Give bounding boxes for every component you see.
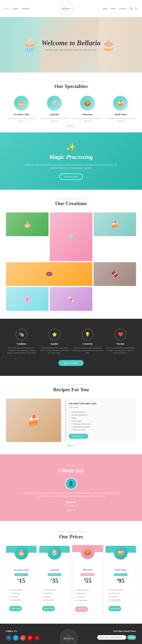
nav-contacts[interactable]: Contacts: [119, 7, 127, 10]
follow-title: Follow Us: [6, 630, 40, 633]
creations-section: Some of our Our Creations 🎂 🧁 🍰 🍩 🍫 🌸 🍬: [0, 190, 142, 319]
price-amount: $35: [39, 577, 70, 584]
price-feature: 1 x Assorted: [75, 596, 100, 599]
specialty-desc: Lorem ipsum dolor sit amet, consectetur …: [105, 117, 136, 122]
specialty-name: Macarons: [72, 113, 103, 116]
client-name: Maria Doe: [6, 501, 136, 504]
specialties-dots: [6, 125, 136, 126]
order-now-button[interactable]: Order Now: [109, 606, 121, 611]
clients-title: Clients Say: [6, 467, 136, 474]
recipe-dot-1[interactable]: [68, 445, 69, 446]
know-grid: 🎭 Tradition Amet elementum, ipsum iaculi…: [6, 328, 136, 354]
footer: Follow Us f t g+ ▶ p ✿ Bellaria bakery A…: [0, 624, 142, 644]
recipe-title: One Bowl Chocolate Cake: [69, 402, 133, 405]
creations-title: Our Creations: [6, 200, 136, 206]
navigation: Home Pages Portfolio ✿ Bellaria bakery B…: [0, 0, 142, 17]
price-features: 5 x Sweet Amount 5 x Soft Fruits 1 x Ass…: [9, 588, 33, 602]
facebook-icon[interactable]: f: [6, 635, 11, 641]
search-icon[interactable]: 🔍: [129, 7, 133, 10]
nav-home[interactable]: Home: [4, 7, 9, 10]
newsletter-input[interactable]: [97, 635, 126, 640]
ingredient: 1/4 Ounce Blueberries: [69, 414, 133, 416]
price-features: 10 x Sweet Amount 10 x Soft Fruits 5 x A…: [109, 588, 133, 602]
nav-portfolio[interactable]: Portfolio: [21, 7, 29, 10]
dot-2[interactable]: [70, 125, 72, 126]
price-badge: ORDER NOW: [14, 573, 28, 576]
nav-blog[interactable]: Blog: [103, 7, 107, 10]
know-item-title: Creativity: [72, 342, 103, 346]
client-dot-1[interactable]: [68, 510, 69, 511]
price-amount: $15: [6, 577, 36, 584]
dot-1[interactable]: [68, 125, 69, 126]
google-plus-icon[interactable]: g+: [20, 635, 26, 641]
know-item-title: Tradition: [6, 342, 37, 346]
specialty-cupcakes: 🧁 Cupcakes Lorem ipsum dolor sit amet, c…: [39, 95, 70, 122]
recipe-dot-3[interactable]: [73, 445, 74, 446]
recipes-content: 🍰 One Bowl Chocolate Cake ★★★★★ 2 Cups A…: [6, 398, 136, 442]
specialty-desc: Lorem ipsum dolor sit amet, consectetur …: [72, 117, 103, 122]
know-item-desc: Lorem elementum, ipsum iaculis purus. Fu…: [72, 346, 103, 354]
client-role: IT Freelancer Mk: [6, 504, 136, 507]
price-badge: ORDER NOW: [80, 573, 95, 576]
dot-3[interactable]: [73, 125, 74, 126]
recipe-stars: ★★★★★: [69, 406, 133, 409]
ingredient: 1/4 Cup sugar: [69, 420, 133, 422]
logo-circle: ✿ Bellaria bakery: [59, 2, 73, 16]
clients-subtitle: What our: [6, 464, 136, 466]
creation-item: 🍩: [6, 262, 92, 286]
creations-grid: 🎂 🧁 🍰 🍩 🍫 🌸 🍬: [6, 212, 136, 311]
order-now-button[interactable]: Order Now: [75, 606, 88, 612]
creations-header: Some of our Our Creations: [6, 198, 136, 206]
clients-section: What our Clients Say 👤 Lorem ipsum dolor…: [0, 454, 142, 521]
youtube-icon[interactable]: ▶: [27, 635, 33, 641]
nav-icons: 🔍 🛒: [129, 7, 138, 10]
newsletter-form: SUB: [97, 635, 136, 640]
specialty-name: Occasion Cakes: [6, 113, 37, 116]
client-dot-3[interactable]: [73, 510, 74, 511]
see-directions-button[interactable]: See Directions: [69, 434, 88, 439]
prices-grid: 🎂 Occasion Cakes ORDER NOW $15 5 x Sweet…: [6, 546, 136, 614]
price-feature: 1 x Assorted: [9, 595, 33, 598]
order-now-button[interactable]: Order Now: [9, 606, 22, 611]
nav-pages[interactable]: Pages: [13, 7, 18, 10]
hero-title: Welcome to Bellaria: [41, 39, 100, 47]
price-card-occasion: 🎂 Occasion Cakes ORDER NOW $15 5 x Sweet…: [6, 546, 37, 614]
price-body: 5 x Sweet Amount 5 x Soft Fruits 1 x Ass…: [6, 586, 36, 604]
price-card-name: Macarons: [72, 568, 103, 571]
pinterest-icon[interactable]: p: [34, 635, 40, 641]
discover-more-button[interactable]: Discover More: [59, 174, 83, 180]
client-dot-2[interactable]: [70, 510, 72, 511]
cupcakes-price-icon: 🧁: [47, 546, 61, 560]
prices-header: Choose your Our Prices: [6, 531, 136, 540]
know-item-desc: Amet elementum, ipsum iaculis lacus. Fus…: [39, 346, 70, 354]
magic-section: ✨ Magic Processing Pellentesque vitae ip…: [0, 132, 142, 190]
price-card-cupcakes: 🧁 Cupcakes ORDER NOW $35 5 x Sweet Amoun…: [39, 546, 70, 614]
ingredient: 3 Cloves or to taste: [69, 428, 133, 432]
newsletter-submit[interactable]: SUB: [127, 635, 136, 640]
newsletter-title: Get Our Sweet News: [97, 630, 136, 633]
know-us-better-button[interactable]: Know Us Better: [58, 360, 84, 366]
creativity-icon: 💡: [82, 328, 94, 340]
hero-content: Welcome to Bellaria We offer a great ran…: [41, 39, 100, 51]
social-icons: f t g+ ▶ p: [6, 635, 40, 641]
price-feature: 5 x Sweet Amount: [75, 588, 100, 592]
price-card-name: Small Cakes: [106, 568, 136, 572]
price-body: 5 x Sweet Amount 5 x Soft Fruits 1 x Ass…: [39, 586, 70, 604]
recipe-dot-2[interactable]: [70, 445, 72, 446]
cart-icon[interactable]: 🛒: [135, 7, 138, 10]
nav-shop[interactable]: Shop: [111, 7, 115, 10]
macarons-price-icon: 🍪: [80, 545, 95, 559]
creation-item: 🍬: [50, 287, 92, 311]
order-now-button[interactable]: Order Now: [42, 606, 55, 611]
know-creativity: 💡 Creativity Lorem elementum, ipsum iacu…: [72, 328, 103, 354]
hero-subtitle: We offer a great range of different dess…: [41, 49, 100, 51]
specialties-header: Some of our Our Specialties: [6, 80, 136, 89]
magic-description: Pellentesque vitae ipsum in libellus sus…: [22, 163, 120, 170]
twitter-icon[interactable]: t: [13, 635, 18, 641]
client-testimonial: Lorem ipsum dolor sit amet, consectetur …: [22, 492, 120, 498]
price-feature: 10 x Soft Fruits: [109, 592, 133, 595]
ingredient: 1 Tablespoon Sweet raisins: [69, 422, 133, 426]
specialty-name: Small Cakes: [105, 113, 136, 116]
price-features: 5 x Sweet Amount 5 x Soft Fruits 1 x Ass…: [42, 588, 67, 602]
specialty-occasion-cakes: 🎂 Occasion Cakes Lorem ipsum dolor sit a…: [6, 95, 37, 122]
